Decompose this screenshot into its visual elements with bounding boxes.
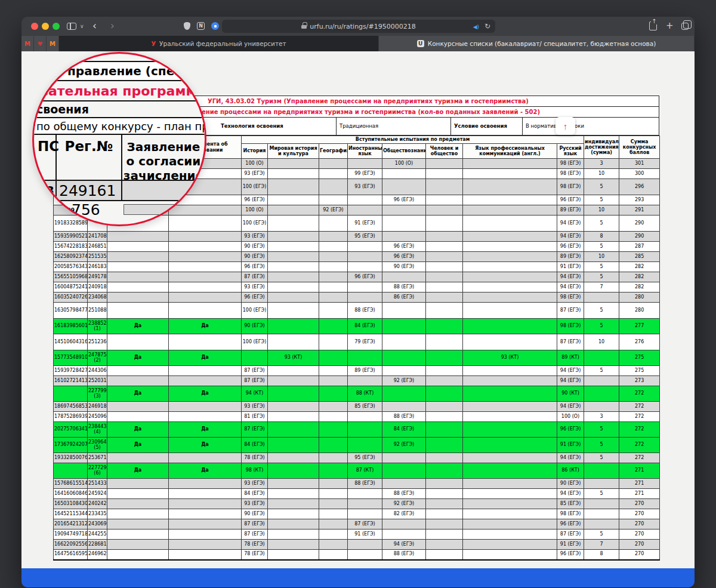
table-cell: 271 <box>619 463 660 479</box>
table-cell <box>319 509 348 519</box>
table-cell <box>107 529 169 540</box>
table-cell <box>463 479 557 489</box>
table-cell <box>169 366 242 376</box>
pinned-tab-m[interactable]: M <box>47 36 59 51</box>
back-button[interactable]: ‹ <box>92 20 97 31</box>
loupe-row-249161: 3 249161 <box>34 181 205 201</box>
new-tab-button[interactable]: + <box>666 20 674 31</box>
table-row: 2016542131224306987 (ЕГЭ)87 (ЕГЭ)96 (ЕГЭ… <box>54 519 660 529</box>
table-cell <box>426 262 463 272</box>
table-cell: 84 (ЕГЭ) <box>382 422 426 438</box>
table-cell <box>348 499 382 509</box>
table-cell <box>348 252 382 262</box>
table-cell <box>426 519 463 529</box>
table-cell <box>268 216 319 232</box>
table-cell: 272 <box>619 422 660 438</box>
audio-speaker-icon[interactable]: ◀) <box>473 24 479 30</box>
table-cell: 87 (ЕГЭ) <box>242 422 268 438</box>
share-icon[interactable] <box>649 21 657 30</box>
pinned-tab-heart[interactable]: ♥ <box>34 36 47 51</box>
table-cell <box>426 334 463 350</box>
table-cell: 16004875241 <box>54 282 88 293</box>
table-cell: 88 (КТ) <box>348 386 382 402</box>
table-cell: 247875 (2) <box>88 350 107 366</box>
table-cell <box>107 262 169 272</box>
scroll-to-top-button[interactable]: ↑ <box>555 117 575 135</box>
table-cell <box>463 216 557 232</box>
table-cell: 272 <box>619 402 660 412</box>
table-cell <box>426 489 463 499</box>
table-row: 1610272141325203187 (ЕГЭ)92 (ЕГЭ)94 (ЕГЭ… <box>54 376 660 386</box>
table-cell: 275 <box>619 350 660 366</box>
sidebar-toggle-icon[interactable] <box>67 23 76 30</box>
table-cell <box>169 252 242 262</box>
extension-blue-icon[interactable] <box>211 22 219 30</box>
table-cell <box>107 489 169 499</box>
table-cell <box>319 489 348 499</box>
table-cell: 8 <box>584 550 619 560</box>
tab-ratings-list[interactable]: U Конкурсные списки (бакалавриат/ специа… <box>379 36 695 51</box>
table-cell <box>382 334 426 350</box>
table-cell <box>382 479 426 489</box>
loupe-level-line: своения <box>34 100 205 117</box>
table-cell <box>426 350 463 366</box>
table-cell <box>319 232 348 242</box>
table-row: 1787528693924509681 (ЕГЭ)88 (ЕГЭ)100 (О)… <box>54 412 660 422</box>
table-cell: 272 <box>619 453 660 463</box>
table-cell <box>319 366 348 376</box>
table-cell: 246962 <box>88 550 107 560</box>
table-cell <box>584 509 619 519</box>
table-cell <box>463 499 557 509</box>
reload-icon[interactable]: ↻ <box>484 22 490 30</box>
table-cell <box>463 376 557 386</box>
tab-urfu-home[interactable]: У Уральский федеральный университет <box>59 36 379 51</box>
table-cell: 300 <box>619 169 660 179</box>
col-header-social: Обществознание <box>382 144 426 159</box>
table-cell: 246918 <box>88 402 107 412</box>
table-row: 1869745685324691893 (ЕГЭ)85 (ЕГЭ)94 (ЕГЭ… <box>54 402 660 412</box>
table-cell <box>463 463 557 479</box>
privacy-shield-icon[interactable] <box>184 22 190 30</box>
col-header-achievements: индивидуальные достижения (сумма) <box>584 136 619 159</box>
table-cell: 301 <box>619 159 660 169</box>
table-cell: 94 (ЕГЭ) <box>557 272 584 282</box>
table-cell: Да <box>169 350 242 366</box>
table-cell: 87 (ЕГЭ) <box>242 272 268 282</box>
table-cell <box>584 519 619 529</box>
table-cell <box>268 529 319 540</box>
table-cell: 245096 <box>88 412 107 422</box>
extension-n-icon[interactable]: N <box>197 22 205 30</box>
table-cell: 16035240726 <box>54 293 88 303</box>
table-cell: 93 (КТ) <box>463 350 557 366</box>
table-cell <box>382 529 426 540</box>
table-cell: 90 (ЕГЭ) <box>242 242 268 252</box>
table-cell: 96 (ЕГЭ) <box>382 252 426 262</box>
chevron-down-icon[interactable]: ∨ <box>80 23 84 29</box>
pinned-tab-gmail[interactable]: M <box>21 36 34 51</box>
table-cell: 15655105968 <box>54 272 88 282</box>
table-cell: 94 (ЕГЭ) <box>557 366 584 376</box>
address-bar[interactable]: urfu.ru/ru/ratings/#1950000218 ◀) ↻ <box>222 20 495 33</box>
table-cell: 16102721413 <box>54 376 88 386</box>
table-cell <box>268 272 319 282</box>
forward-button[interactable]: › <box>110 20 115 31</box>
tab-overview-icon[interactable] <box>681 23 689 30</box>
table-cell <box>382 350 426 366</box>
table-cell <box>319 252 348 262</box>
table-cell <box>268 293 319 303</box>
table-cell <box>382 179 426 195</box>
table-cell: 85 (ЕГЭ) <box>348 402 382 412</box>
minimize-window-button[interactable] <box>42 23 49 30</box>
close-window-button[interactable] <box>31 23 38 30</box>
table-cell: 96 (ЕГЭ) <box>382 195 426 205</box>
table-cell <box>169 540 242 550</box>
table-cell: 241708 <box>88 232 107 242</box>
table-cell <box>426 169 463 179</box>
table-cell <box>268 499 319 509</box>
table-cell <box>268 386 319 402</box>
zoom-window-button[interactable] <box>53 23 60 30</box>
table-cell <box>319 386 348 402</box>
table-cell <box>426 386 463 402</box>
table-cell: 251236 <box>88 334 107 350</box>
table-cell: 5 <box>584 319 619 334</box>
